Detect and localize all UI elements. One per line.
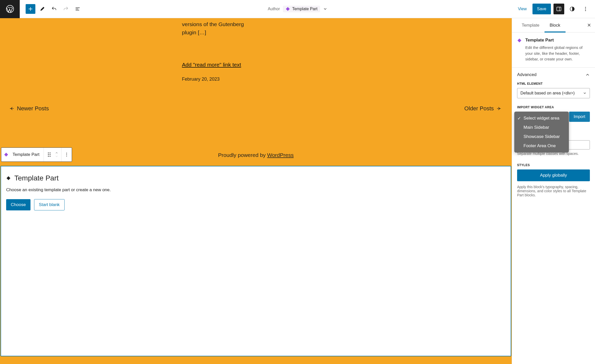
svg-point-10 [48,156,49,157]
tab-block[interactable]: Block [545,18,566,33]
choose-button[interactable]: Choose [6,199,30,210]
template-part-placeholder: Template Part Choose an existing templat… [1,166,511,356]
toggle-sidebar-button[interactable] [553,4,564,14]
arrow-right-icon [496,106,501,111]
svg-point-14 [66,156,67,157]
dropdown-option[interactable]: Showcase Sidebar [514,132,569,141]
styles-button[interactable] [567,4,578,14]
redo-button[interactable] [61,4,71,14]
apply-globally-help: Apply this block's typography, spacing, … [517,185,590,197]
block-info-title: Template Part [525,38,590,43]
block-type-button[interactable]: Template Part [1,148,44,162]
list-view-icon [75,6,80,12]
save-button[interactable]: Save [532,4,551,14]
tools-button[interactable] [37,4,47,14]
svg-point-8 [48,154,49,155]
svg-point-5 [585,10,586,11]
template-part-icon [517,38,522,43]
start-blank-button[interactable]: Start blank [34,199,65,210]
block-info-description: Edit the different global regions of you… [525,45,590,62]
block-toolbar: Template Part [1,147,72,162]
chevron-up-icon [585,72,590,77]
redo-icon [63,6,69,12]
document-author-label: Author [268,7,280,11]
options-button[interactable] [580,4,591,14]
sidebar-icon [556,6,562,12]
svg-point-6 [48,153,49,154]
powered-prefix: Proudly powered by [218,152,267,158]
styles-label: STYLES [517,163,590,167]
svg-point-3 [585,7,586,8]
list-view-button[interactable] [73,4,83,14]
older-posts-link[interactable]: Older Posts [464,105,501,112]
import-button[interactable]: Import [569,112,590,122]
add-block-button[interactable] [26,4,35,14]
close-icon [587,23,591,27]
template-part-icon [4,152,8,157]
arrow-left-icon [9,106,14,111]
svg-rect-1 [557,7,561,11]
newer-posts-link[interactable]: Newer Posts [9,105,49,112]
chevron-up-icon [55,151,59,154]
apply-globally-button[interactable]: Apply globally [517,169,590,181]
placeholder-title: Template Part [14,174,59,182]
drag-handle[interactable] [46,152,52,157]
dropdown-option[interactable]: Footer Area One [514,141,569,151]
editor-canvas[interactable]: versions of the Gutenberg plugin […] Add… [0,18,512,364]
undo-icon [51,6,57,12]
block-info-panel: Template Part Edit the different global … [512,33,595,68]
chevron-down-icon[interactable] [323,7,327,11]
placeholder-description: Choose an existing template part or crea… [6,187,506,192]
svg-point-12 [66,153,67,154]
settings-sidebar: Template Block Template Part Edit the di… [512,18,595,364]
post-date: February 20, 2023 [182,77,220,82]
template-part-pill: Template Part [283,6,320,12]
svg-point-13 [66,154,67,155]
chevron-down-icon [55,155,59,158]
wordpress-icon [6,5,14,13]
post-excerpt: versions of the Gutenberg plugin […] [182,20,259,36]
move-up-button[interactable] [55,151,59,154]
svg-point-4 [585,8,586,9]
html-element-value: Default based on area (<div>) [520,91,575,95]
tab-template[interactable]: Template [517,18,545,33]
template-part-label: Template Part [292,7,317,11]
import-widget-label: IMPORT WIDGET AREA [517,105,590,109]
template-part-icon [6,176,11,180]
advanced-heading: Advanced [517,72,537,77]
toolbar-right: View Save [515,4,595,14]
newer-posts-label: Newer Posts [17,105,49,112]
close-sidebar-button[interactable] [587,23,591,27]
wp-logo-button[interactable] [0,0,20,18]
canvas-background: versions of the Gutenberg plugin […] Add… [0,18,512,364]
more-vertical-icon [583,6,588,12]
html-element-label: HTML ELEMENT [517,82,590,85]
site-footer-text: Proudly powered by WordPress [0,152,512,158]
workspace: versions of the Gutenberg plugin […] Add… [0,18,595,364]
move-down-button[interactable] [55,155,59,158]
sidebar-tabs: Template Block [512,18,595,33]
contrast-icon [569,6,575,12]
drag-icon [47,152,51,157]
template-part-icon [285,7,290,11]
block-type-label: Template Part [11,152,41,157]
undo-button[interactable] [49,4,59,14]
widget-area-dropdown: Select widget area Main Sidebar Showcase… [514,112,569,153]
read-more-link[interactable]: Add "read more" link text [182,62,241,68]
wordpress-link[interactable]: WordPress [267,152,293,158]
editor-topbar: Author Template Part View Save [0,0,595,18]
pencil-icon [39,6,45,12]
plus-icon [28,6,33,12]
svg-point-7 [49,153,50,154]
svg-point-9 [49,154,50,155]
document-title[interactable]: Author Template Part [268,6,327,12]
older-posts-label: Older Posts [464,105,494,112]
more-vertical-icon [64,152,69,157]
chevron-down-icon [583,91,587,95]
view-link[interactable]: View [515,5,530,13]
html-element-select[interactable]: Default based on area (<div>) [517,88,590,98]
block-options-button[interactable] [61,148,72,162]
dropdown-option[interactable]: Main Sidebar [514,123,569,132]
advanced-panel-toggle[interactable]: Advanced [517,72,590,77]
dropdown-option[interactable]: Select widget area [514,114,569,123]
